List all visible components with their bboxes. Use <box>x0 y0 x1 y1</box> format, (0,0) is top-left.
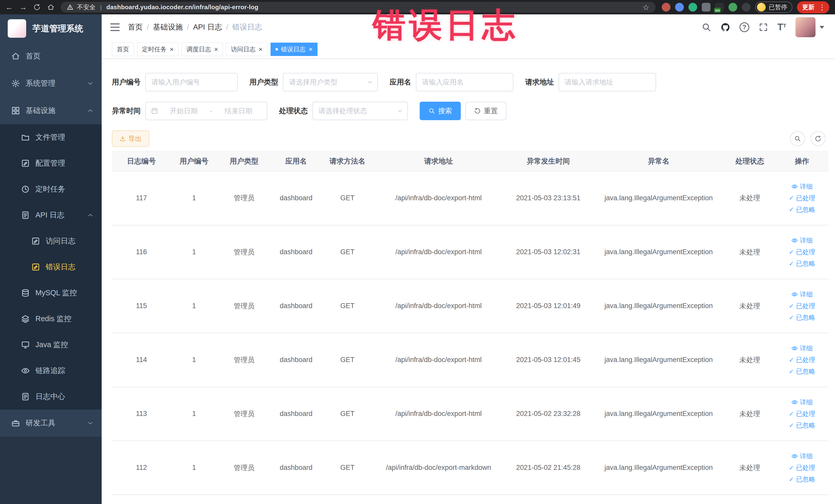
fullscreen-button[interactable] <box>758 22 768 32</box>
cell-user-type: 管理员 <box>217 225 271 279</box>
close-icon[interactable]: × <box>259 46 262 53</box>
mark-ignored-link[interactable]: ✓ 已忽略 <box>789 421 815 429</box>
user-type-select[interactable] <box>283 73 378 92</box>
mark-processed-link[interactable]: ✓ 已处理 <box>789 356 815 364</box>
tab-dispatch-log[interactable]: 调度日志 × <box>182 43 223 56</box>
mark-processed-link[interactable]: ✓ 已处理 <box>789 463 815 472</box>
process-status-select[interactable] <box>312 102 408 120</box>
search-button-label: 搜索 <box>438 106 452 116</box>
breadcrumb: 首页 / 基础设施 / API 日志 / 错误日志 <box>128 22 262 32</box>
url-bar[interactable]: 不安全 | dashboard.yudao.iocoder.cn/infra/l… <box>61 2 656 13</box>
sidebar-item-system[interactable]: 系统管理 <box>0 70 102 97</box>
search-icon <box>701 22 711 32</box>
processed-link-label: 已处理 <box>796 463 815 472</box>
sidebar-item-label: 访问日志 <box>46 236 76 246</box>
mark-processed-link[interactable]: ✓ 已处理 <box>789 409 815 418</box>
close-icon[interactable]: × <box>309 46 313 53</box>
table-toolbar: 导出 <box>112 130 829 147</box>
sidebar-item-home[interactable]: 首页 <box>0 43 102 70</box>
detail-link[interactable]: 详细 <box>791 236 813 245</box>
sidebar-toggle-icon[interactable] <box>109 22 121 33</box>
tab-error-log[interactable]: 错误日志 × <box>270 43 318 56</box>
cell-process-status: 未处理 <box>724 225 775 279</box>
app-name-input[interactable] <box>416 73 513 92</box>
mark-processed-link[interactable]: ✓ 已处理 <box>789 248 815 256</box>
sidebar-item-api-log[interactable]: API 日志 <box>0 202 102 228</box>
filter-user-type: 用户类型 <box>249 73 378 92</box>
breadcrumb-api-log[interactable]: API 日志 <box>193 22 222 32</box>
extension-icon-4[interactable] <box>702 3 711 12</box>
extension-icon-7[interactable] <box>742 3 751 12</box>
update-button[interactable]: 更新 ⋮ <box>797 1 829 13</box>
sidebar-item-link-trace[interactable]: 链路追踪 <box>0 358 102 384</box>
back-button[interactable]: ← <box>4 2 15 13</box>
extension-icon-5[interactable]: on <box>715 3 724 12</box>
mark-ignored-link[interactable]: ✓ 已忽略 <box>789 475 815 483</box>
sidebar-item-access-log[interactable]: 访问日志 <box>0 228 102 254</box>
sidebar-item-redis-monitor[interactable]: Redis 监控 <box>0 306 102 332</box>
mark-ignored-link[interactable]: ✓ 已忽略 <box>789 205 815 214</box>
browser-home-button[interactable] <box>45 2 57 13</box>
header-search-button[interactable] <box>701 22 711 32</box>
close-icon[interactable]: × <box>170 46 174 53</box>
reset-button[interactable]: 重置 <box>465 102 506 120</box>
refresh-table-button[interactable] <box>811 131 826 146</box>
column-header: 异常发生时间 <box>503 151 593 171</box>
filter-label: 用户类型 <box>249 77 278 87</box>
menu-kebab-icon[interactable]: ⋮ <box>817 3 827 12</box>
tab-access-log[interactable]: 访问日志 × <box>226 43 267 56</box>
sidebar-item-config-manage[interactable]: 配置管理 <box>0 150 102 176</box>
font-size-button[interactable]: TT <box>777 23 786 32</box>
sidebar-item-label: 文件管理 <box>36 132 65 142</box>
sidebar-item-file-manage[interactable]: 文件管理 <box>0 124 102 150</box>
detail-link[interactable]: 详细 <box>791 452 813 460</box>
breadcrumb-home[interactable]: 首页 <box>128 22 143 32</box>
sidebar-item-mysql-monitor[interactable]: MySQL 监控 <box>0 280 102 306</box>
search-button[interactable]: 搜索 <box>420 102 461 120</box>
cell-actions: 详细 ✓ 已处理 ✓ 已忽略 <box>775 171 829 225</box>
request-url-input[interactable] <box>558 73 656 92</box>
close-icon[interactable]: × <box>214 46 218 53</box>
sidebar-item-java-monitor[interactable]: Java 监控 <box>0 332 102 358</box>
github-link[interactable] <box>720 22 730 32</box>
toggle-search-button[interactable] <box>790 131 805 146</box>
app-logo[interactable]: 芋道管理系统 <box>0 14 102 43</box>
sidebar-item-infra[interactable]: 基础设施 <box>0 97 102 124</box>
user-id-input[interactable] <box>145 73 238 92</box>
sidebar-item-scheduled-jobs[interactable]: 定时任务 <box>0 176 102 202</box>
cell-app-name: dashboard <box>271 333 321 387</box>
extension-icon-1[interactable] <box>662 3 670 12</box>
tab-home[interactable]: 首页 <box>112 43 134 56</box>
help-button[interactable]: ? <box>739 22 749 32</box>
extension-icon-3[interactable] <box>688 3 697 12</box>
date-range-picker[interactable]: 开始日期 - 结束日期 <box>145 102 267 120</box>
mark-ignored-link[interactable]: ✓ 已忽略 <box>789 313 815 322</box>
export-button[interactable]: 导出 <box>112 130 149 147</box>
detail-link[interactable]: 详细 <box>791 290 813 299</box>
user-menu[interactable] <box>795 17 824 37</box>
tab-scheduled-jobs[interactable]: 定时任务 × <box>137 43 178 56</box>
profile-chip[interactable]: 已暂停 <box>755 2 792 13</box>
extension-icon-6[interactable] <box>729 3 737 12</box>
eye-icon <box>21 366 30 375</box>
forward-button[interactable]: → <box>18 2 29 13</box>
reload-button[interactable] <box>31 2 43 13</box>
sidebar-item-log-center[interactable]: 日志中心 <box>0 384 102 409</box>
sidebar-item-error-log[interactable]: 错误日志 <box>0 254 102 280</box>
mark-ignored-link[interactable]: ✓ 已忽略 <box>789 367 815 376</box>
sidebar-item-dev-tools[interactable]: 研发工具 <box>0 409 102 437</box>
detail-link[interactable]: 详细 <box>791 398 813 406</box>
mark-processed-link[interactable]: ✓ 已处理 <box>789 194 815 202</box>
sidebar-item-label: 首页 <box>26 51 41 61</box>
detail-link[interactable]: 详细 <box>791 182 813 191</box>
detail-link[interactable]: 详细 <box>791 344 813 352</box>
breadcrumb-infra[interactable]: 基础设施 <box>153 22 183 32</box>
bookmark-star-icon[interactable]: ☆ <box>643 3 649 12</box>
extension-icon-2[interactable] <box>675 3 684 12</box>
mark-ignored-link[interactable]: ✓ 已忽略 <box>789 259 815 268</box>
check-icon: ✓ <box>789 303 794 309</box>
mark-processed-link[interactable]: ✓ 已处理 <box>789 302 815 310</box>
check-icon: ✓ <box>789 315 794 321</box>
table-row: 113 1 管理员 dashboard GET /api/infra/db-do… <box>112 387 829 441</box>
cell-request-url: /api/infra/db-doc/export-html <box>374 333 503 387</box>
